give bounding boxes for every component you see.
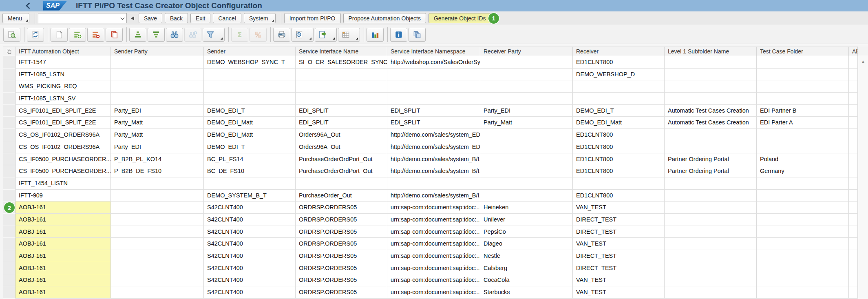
row-selector[interactable] (3, 56, 15, 69)
grid-cell[interactable] (111, 274, 204, 286)
grid-cell[interactable] (849, 141, 858, 153)
insert-row-button[interactable] (69, 28, 86, 42)
grid-cell[interactable] (573, 93, 665, 105)
grid-cell[interactable]: DIRECT_TEST (573, 226, 665, 238)
grid-cell[interactable]: CocaCola (480, 274, 573, 286)
grid-cell[interactable]: DEMO_EDI_T (204, 141, 296, 153)
grid-cell[interactable]: BC_PL_FS14 (204, 153, 296, 166)
grid-cell[interactable]: ORDRSP.ORDERS05 (296, 226, 387, 238)
grid-cell[interactable] (849, 117, 858, 129)
grid-cell[interactable] (573, 80, 665, 93)
row-selector[interactable] (3, 177, 15, 190)
grid-cell[interactable]: DIRECT_TEST (573, 262, 665, 275)
grid-cell[interactable] (849, 105, 858, 117)
grid-cell[interactable] (849, 177, 858, 190)
column-header[interactable]: Service Interface Name (296, 47, 387, 56)
grid-cell[interactable]: S42CLNT400 (204, 214, 296, 226)
grid-cell[interactable]: Heineken (480, 202, 573, 214)
row-selector[interactable] (3, 262, 15, 275)
grid-cell[interactable] (757, 262, 849, 275)
grid-cell[interactable] (665, 80, 757, 93)
grid-cell[interactable]: http://webshop.com/SalesOrderSy... (387, 56, 480, 69)
grid-cell[interactable]: Unilever (480, 214, 573, 226)
grid-cell[interactable] (849, 286, 858, 299)
grid-cell[interactable]: S42CLNT400 (204, 226, 296, 238)
grid-cell[interactable] (480, 69, 573, 81)
row-selector[interactable] (3, 238, 15, 250)
grid-cell[interactable] (665, 238, 757, 250)
grid-cell[interactable]: ORDRSP.ORDERS05 (296, 238, 387, 250)
grid-cell[interactable]: S42CLNT400 (204, 286, 296, 299)
grid-cell[interactable]: IFTT-1085_LSTN (15, 69, 111, 81)
grid-cell[interactable] (296, 93, 387, 105)
grid-cell[interactable] (757, 129, 849, 141)
grid-cell[interactable] (480, 153, 573, 166)
grid-cell[interactable]: SI_O_CR_SALESORDER_SYNC (296, 56, 387, 69)
grid-cell[interactable]: PurchaseOrderOrdPort_Out (296, 165, 387, 177)
information-button[interactable] (390, 28, 407, 42)
grid-cell[interactable]: EDI Partner B (757, 105, 849, 117)
grid-cell[interactable] (573, 177, 665, 190)
refresh-button[interactable] (27, 28, 44, 42)
grid-cell[interactable] (111, 214, 204, 226)
row-selector[interactable] (3, 226, 15, 238)
grid-cell[interactable] (849, 56, 858, 69)
save-button[interactable]: Save (139, 13, 162, 23)
grid-cell[interactable]: DEMO_EDI_Matt (573, 117, 665, 129)
grid-cell[interactable]: http://demo.com/sales/system_B/I... (387, 153, 480, 166)
grid-cell[interactable] (111, 69, 204, 81)
grid-cell[interactable] (665, 226, 757, 238)
grid-cell[interactable] (665, 93, 757, 105)
grid-cell[interactable] (480, 80, 573, 93)
grid-cell[interactable]: Party_Matt (111, 129, 204, 141)
grid-cell[interactable] (849, 238, 858, 250)
grid-cell[interactable] (480, 177, 573, 190)
grid-cell[interactable] (296, 69, 387, 81)
system-button[interactable]: System (244, 13, 276, 23)
grid-cell[interactable] (757, 250, 849, 262)
grid-cell[interactable]: urn:sap-com:document:sap:idoc:... (387, 238, 480, 250)
row-selector[interactable] (3, 250, 15, 262)
grid-cell[interactable] (757, 177, 849, 190)
grid-cell[interactable]: PepsiCo (480, 226, 573, 238)
grid-cell[interactable]: ORDRSP.ORDERS05 (296, 286, 387, 299)
grid-cell[interactable] (757, 274, 849, 286)
grid-cell[interactable] (665, 202, 757, 214)
switch-views-button[interactable] (409, 28, 426, 42)
command-input[interactable] (38, 13, 118, 23)
print-button[interactable] (273, 28, 290, 42)
grid-cell[interactable]: WMS_PICKING_REQ (15, 80, 111, 93)
grid-cell[interactable] (757, 226, 849, 238)
grid-cell[interactable] (387, 69, 480, 81)
grid-cell[interactable] (665, 141, 757, 153)
grid-cell[interactable]: IFTT-909 (15, 190, 111, 202)
grid-cell[interactable]: Calsberg (480, 262, 573, 275)
grid-cell[interactable] (757, 69, 849, 81)
grid-cell[interactable]: ED1CLNT800 (573, 56, 665, 69)
grid-cell[interactable] (665, 274, 757, 286)
grid-cell[interactable] (665, 262, 757, 275)
grid-cell[interactable] (480, 129, 573, 141)
grid-cell[interactable]: ORDRSP.ORDERS05 (296, 274, 387, 286)
grid-cell[interactable] (757, 56, 849, 69)
grid-cell[interactable]: Party_EDI (480, 105, 573, 117)
grid-cell[interactable]: S42CLNT400 (204, 238, 296, 250)
grid-cell[interactable]: Nestle (480, 250, 573, 262)
grid-cell[interactable]: Party_EDI (111, 105, 204, 117)
grid-cell[interactable] (849, 80, 858, 93)
copy-entry-button[interactable] (106, 28, 123, 42)
sort-ascending-button[interactable] (129, 28, 146, 42)
row-selector[interactable] (3, 190, 15, 202)
grid-cell[interactable]: S42CLNT400 (204, 262, 296, 275)
grid-cell[interactable]: IFTT-1547 (15, 56, 111, 69)
grid-cell[interactable]: DEMO_EDI_T (573, 105, 665, 117)
grid-cell[interactable]: http://demo.com/sales/system_ED... (387, 141, 480, 153)
grid-cell[interactable]: BC_DE_FS10 (204, 165, 296, 177)
grid-cell[interactable]: Party_Matt (480, 117, 573, 129)
grid-cell[interactable]: EDI_SPLIT (387, 117, 480, 129)
row-selector[interactable] (3, 153, 15, 166)
menu-button[interactable]: Menu (2, 13, 29, 23)
set-filter-button[interactable] (203, 28, 225, 42)
row-selector[interactable] (3, 274, 15, 286)
grid-cell[interactable]: urn:sap-com:document:sap:idoc:... (387, 226, 480, 238)
